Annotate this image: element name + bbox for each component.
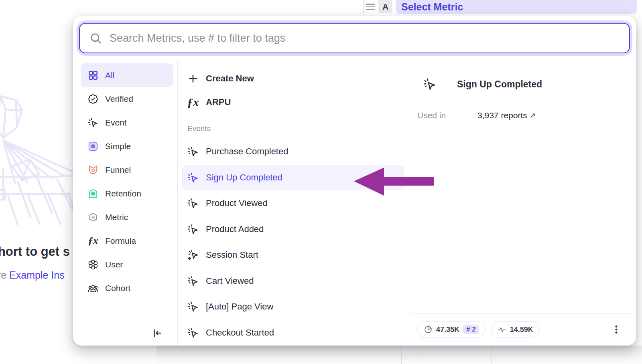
sidebar-item-label: Simple	[105, 142, 131, 151]
sidebar-item-formula[interactable]: ƒx Formula	[81, 229, 173, 253]
list-item-event-selected[interactable]: Sign Up Completed	[182, 165, 404, 191]
kebab-menu-icon[interactable]	[610, 323, 622, 336]
event-cursor-icon	[187, 146, 199, 157]
sidebar-item-label: Metric	[105, 212, 128, 222]
background-panel-divider	[363, 0, 364, 14]
rank-chip: # 2	[463, 325, 479, 334]
collapse-left-icon[interactable]	[150, 326, 164, 340]
sidebar-item-all[interactable]: All	[81, 63, 173, 87]
user-cluster-icon	[88, 259, 98, 270]
event-cursor-icon	[187, 327, 199, 338]
sidebar-item-label: Verified	[105, 94, 133, 104]
drag-handle-icon[interactable]	[366, 4, 375, 10]
create-new-label: Create New	[206, 73, 254, 84]
formula-fx-icon: ƒx	[88, 236, 98, 246]
event-cursor-icon	[88, 117, 98, 128]
background-column-divider	[492, 344, 492, 364]
detail-title: Sign Up Completed	[457, 79, 542, 90]
background-link-line: ore Example Ins	[0, 269, 82, 281]
event-cursor-icon	[187, 198, 199, 209]
list-item-event[interactable]: Cart Viewed	[182, 268, 404, 294]
search-input[interactable]	[110, 32, 620, 44]
metric-hexagon-icon	[88, 212, 98, 222]
event-label: Cart Viewed	[206, 276, 254, 286]
sidebar-item-label: Event	[105, 118, 127, 127]
cohort-people-icon	[88, 283, 98, 293]
stat-badge-total[interactable]: 47.35K # 2	[417, 321, 486, 338]
sidebar-item-retention[interactable]: Retention	[81, 182, 173, 205]
stat-value: 14.59K	[510, 326, 533, 334]
retention-icon	[88, 188, 98, 199]
sidebar-item-verified[interactable]: Verified	[81, 87, 173, 111]
sidebar-item-label: User	[105, 260, 123, 269]
sidebar-item-event[interactable]: Event	[81, 111, 173, 134]
list-item-event[interactable]: Product Added	[182, 216, 404, 243]
sidebar-item-user[interactable]: User	[81, 253, 173, 276]
sidebar-item-cohort[interactable]: Cohort	[81, 276, 173, 300]
filter-sidebar: All Verified Event Simple Funnel	[79, 61, 178, 346]
background-column-divider	[401, 344, 402, 364]
detail-header: Sign Up Completed	[423, 78, 542, 91]
stat-badge-activity[interactable]: 14.59K	[491, 321, 540, 338]
stat-value: 47.35K	[436, 326, 459, 334]
sidebar-item-label: All	[105, 71, 114, 80]
simple-icon	[88, 141, 98, 152]
sidebar-item-label: Funnel	[105, 165, 131, 175]
background-headline-fragment: ohort to get s	[0, 245, 83, 259]
funnel-icon	[88, 165, 98, 175]
event-label: Session Start	[206, 250, 258, 260]
sidebar-item-label: Cohort	[105, 283, 130, 293]
sidebar-item-metric[interactable]: Metric	[81, 205, 173, 229]
events-section-header: Events	[182, 114, 404, 139]
event-label: Product Added	[206, 224, 264, 235]
event-label: Purchase Completed	[206, 146, 288, 157]
event-label: Sign Up Completed	[206, 172, 282, 183]
sidebar-item-funnel[interactable]: Funnel	[81, 158, 173, 182]
pie-chart-icon	[424, 325, 433, 334]
event-cursor-icon	[187, 172, 199, 183]
dialog-body: All Verified Event Simple Funnel	[73, 61, 636, 346]
sidebar-item-label: Formula	[105, 236, 136, 246]
event-cursor-icon	[187, 275, 199, 287]
sidebar-item-simple[interactable]: Simple	[81, 134, 173, 158]
list-item-arpu[interactable]: ƒx ARPU	[182, 90, 404, 114]
event-label: Product Viewed	[206, 198, 268, 208]
sidebar-footer	[79, 320, 177, 346]
list-item-event[interactable]: Checkout Started	[182, 320, 404, 346]
event-cursor-icon	[187, 224, 199, 235]
event-cursor-icon	[187, 301, 199, 312]
used-in-row: Used in 3,937 reports ↗	[417, 111, 536, 120]
external-link-arrow-icon: ↗	[530, 111, 536, 120]
verified-badge-icon	[88, 94, 98, 104]
create-new-button[interactable]: Create New	[182, 67, 404, 90]
link-prefix-text: ore	[0, 269, 9, 281]
activity-icon	[498, 325, 506, 334]
search-bar[interactable]	[79, 23, 630, 53]
grid-icon	[88, 70, 98, 81]
background-bottom-strip	[156, 346, 642, 364]
series-a-badge: A	[378, 0, 392, 13]
used-in-label: Used in	[417, 111, 477, 120]
formula-fx-icon: ƒx	[187, 97, 199, 108]
wireframe-illustration	[0, 89, 80, 225]
select-metric-row[interactable]: Select Metric	[396, 0, 637, 14]
arpu-label: ARPU	[206, 97, 231, 107]
sidebar-item-label: Retention	[105, 189, 141, 198]
detail-footer: 47.35K # 2 14.59K	[411, 313, 636, 346]
event-cursor-icon	[423, 78, 436, 91]
list-item-event[interactable]: Purchase Completed	[182, 139, 404, 165]
used-in-reports-link[interactable]: 3,937 reports	[477, 111, 527, 120]
list-item-event[interactable]: Product Viewed	[182, 190, 404, 216]
plus-icon	[187, 73, 199, 84]
session-start-icon	[187, 249, 199, 261]
event-label: [Auto] Page View	[206, 301, 273, 312]
search-icon	[89, 32, 102, 44]
metric-picker-dialog: All Verified Event Simple Funnel	[73, 16, 636, 346]
example-insights-link[interactable]: Example Ins	[9, 269, 65, 281]
screen: A Select Metric ohort to get s ore Examp…	[0, 0, 642, 364]
list-item-event[interactable]: Session Start	[182, 242, 404, 268]
list-item-event[interactable]: [Auto] Page View	[182, 294, 404, 320]
metric-list: Create New ƒx ARPU Events Purchase Compl…	[178, 61, 411, 346]
select-metric-label: Select Metric	[401, 1, 463, 13]
event-label: Checkout Started	[206, 328, 274, 338]
